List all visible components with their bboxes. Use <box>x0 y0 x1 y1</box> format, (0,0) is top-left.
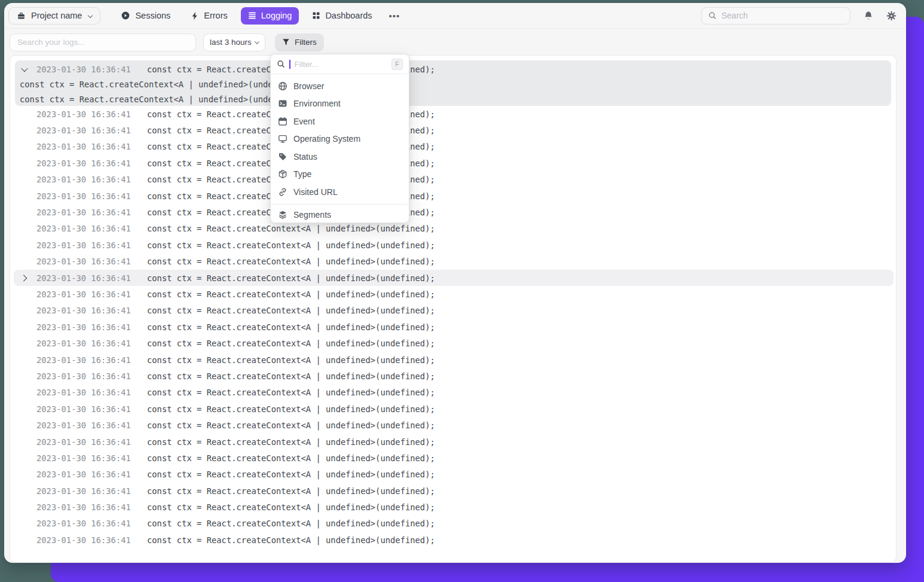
log-timestamp: 2023-01-30 16:36:41 <box>36 142 132 151</box>
filter-option-type[interactable]: Type <box>271 166 409 184</box>
log-message: const ctx = React.createContext<A | unde… <box>147 453 435 463</box>
log-timestamp: 2023-01-30 16:36:41 <box>36 486 132 496</box>
filter-option-operating-system[interactable]: Operating System <box>271 130 409 148</box>
filter-option-label: Event <box>293 117 315 126</box>
log-row-expanded[interactable]: 2023-01-30 16:36:41 const ctx = React.cr… <box>15 60 891 106</box>
time-range-select[interactable]: last 3 hours <box>203 33 265 51</box>
log-search-input[interactable]: Search your logs... <box>10 33 196 51</box>
log-row[interactable]: 2023-01-30 16:36:41 const ctx = React.cr… <box>14 188 894 204</box>
log-timestamp: 2023-01-30 16:36:41 <box>36 306 132 315</box>
briefcase-icon <box>17 11 26 20</box>
log-toolbar: Search your logs... last 3 hours Filters <box>4 29 906 56</box>
box-icon <box>278 169 287 179</box>
log-row[interactable]: 2023-01-30 16:36:41 const ctx = React.cr… <box>14 155 894 171</box>
filter-option-status[interactable]: Status <box>271 148 409 166</box>
log-timestamp: 2023-01-30 16:36:41 <box>36 535 132 545</box>
log-row[interactable]: 2023-01-30 16:36:41 const ctx = React.cr… <box>14 335 894 351</box>
log-row[interactable]: 2023-01-30 16:36:41 const ctx = React.cr… <box>14 385 894 401</box>
log-timestamp: 2023-01-30 16:36:41 <box>36 339 132 348</box>
filter-option-browser[interactable]: Browser <box>271 77 409 95</box>
log-message: const ctx = React.createContext<A | unde… <box>147 257 435 266</box>
nav-item-errors[interactable]: Errors <box>183 7 234 25</box>
monitor-icon <box>278 134 287 144</box>
log-row[interactable]: 2023-01-30 16:36:41 const ctx = React.cr… <box>14 270 894 286</box>
log-row[interactable]: 2023-01-30 16:36:41 const ctx = React.cr… <box>14 172 894 188</box>
log-message: const ctx = React.createContext<A | unde… <box>147 420 435 430</box>
nav-label: Logging <box>261 11 292 20</box>
filter-option-label: Visited URL <box>293 187 338 197</box>
log-timestamp: 2023-01-30 16:36:41 <box>36 208 132 217</box>
filter-search-placeholder: Filter... <box>295 60 388 69</box>
log-row[interactable]: 2023-01-30 16:36:41 const ctx = React.cr… <box>14 204 894 220</box>
gear-icon <box>886 11 897 21</box>
project-switcher[interactable]: Project name <box>8 7 100 25</box>
filter-option-visited-url[interactable]: Visited URL <box>271 183 409 201</box>
nav-item-dashboards[interactable]: Dashboards <box>305 7 379 25</box>
log-row[interactable]: 2023-01-30 16:36:41 const ctx = React.cr… <box>14 499 894 515</box>
log-row[interactable]: 2023-01-30 16:36:41 const ctx = React.cr… <box>14 254 894 270</box>
log-timestamp: 2023-01-30 16:36:41 <box>36 420 132 430</box>
log-row[interactable]: 2023-01-30 16:36:41 const ctx = React.cr… <box>14 106 894 122</box>
log-row[interactable]: 2023-01-30 16:36:41 const ctx = React.cr… <box>14 286 894 302</box>
log-row[interactable]: 2023-01-30 16:36:41 const ctx = React.cr… <box>14 401 894 417</box>
log-row[interactable]: 2023-01-30 16:36:41 const ctx = React.cr… <box>14 467 894 483</box>
filter-option-label: Browser <box>293 81 324 91</box>
global-search-placeholder: Search <box>721 11 748 20</box>
log-message: const ctx = React.createContext<A | unde… <box>147 404 435 414</box>
log-message: const ctx = React.createContext<A | unde… <box>147 535 435 545</box>
log-row[interactable]: 2023-01-30 16:36:41 const ctx = React.cr… <box>14 516 894 532</box>
chevron-down-icon <box>255 39 259 44</box>
chevron-right-icon[interactable] <box>20 275 27 281</box>
filter-option-label: Type <box>293 169 311 179</box>
log-row[interactable]: 2023-01-30 16:36:41 const ctx = React.cr… <box>14 434 894 450</box>
log-list: 2023-01-30 16:36:41 const ctx = React.cr… <box>14 106 894 549</box>
layers-icon <box>278 210 287 220</box>
filter-option-segments[interactable]: Segments <box>271 205 409 225</box>
notifications-button[interactable] <box>864 11 873 21</box>
log-row[interactable]: 2023-01-30 16:36:41 const ctx = React.cr… <box>14 450 894 466</box>
log-row[interactable]: 2023-01-30 16:36:41 const ctx = React.cr… <box>14 417 894 433</box>
bolt-icon <box>191 11 199 20</box>
log-row[interactable]: 2023-01-30 16:36:41 const ctx = React.cr… <box>14 237 894 253</box>
log-timestamp: 2023-01-30 16:36:41 <box>36 109 132 119</box>
text-cursor <box>289 60 290 69</box>
log-row[interactable]: 2023-01-30 16:36:41 const ctx = React.cr… <box>14 368 894 384</box>
log-message: const ctx = React.createContext<A | unde… <box>147 224 435 233</box>
log-timestamp: 2023-01-30 16:36:41 <box>36 290 132 299</box>
filters-button[interactable]: Filters <box>275 33 324 51</box>
global-search-input[interactable]: Search <box>701 7 850 25</box>
log-message: const ctx = React.createContext<A | unde… <box>147 371 435 381</box>
shortcut-key-badge: F <box>391 59 403 70</box>
log-detail-line: const ctx = React.createContext<A | unde… <box>20 95 308 104</box>
log-message: const ctx = React.createContext<A | unde… <box>147 355 435 365</box>
filter-option-environment[interactable]: Environment <box>271 95 409 113</box>
nav-item-sessions[interactable]: Sessions <box>114 7 178 25</box>
filter-option-label: Segments <box>293 210 331 220</box>
filter-search-input[interactable]: Filter... F <box>271 54 409 74</box>
log-row[interactable]: 2023-01-30 16:36:41 const ctx = React.cr… <box>14 139 894 155</box>
filter-option-event[interactable]: Event <box>271 112 409 130</box>
log-row[interactable]: 2023-01-30 16:36:41 const ctx = React.cr… <box>14 303 894 319</box>
nav-label: Sessions <box>135 11 170 20</box>
log-row[interactable]: 2023-01-30 16:36:41 const ctx = React.cr… <box>14 532 894 548</box>
log-row[interactable]: 2023-01-30 16:36:41 const ctx = React.cr… <box>14 319 894 335</box>
log-row[interactable]: 2023-01-30 16:36:41 const ctx = React.cr… <box>14 122 894 138</box>
log-message: const ctx = React.createContext<A | unde… <box>147 519 435 528</box>
log-timestamp: 2023-01-30 16:36:41 <box>36 257 132 266</box>
log-lines-icon <box>248 11 256 20</box>
log-row[interactable]: 2023-01-30 16:36:41 const ctx = React.cr… <box>14 352 894 368</box>
app-window: Project name Sessions Errors <box>4 3 906 563</box>
log-timestamp: 2023-01-30 16:36:41 <box>36 519 132 528</box>
log-message: const ctx = React.createContext<A | unde… <box>147 290 435 299</box>
filter-popup-footer: Segments <box>271 205 409 225</box>
chevron-down-icon[interactable] <box>21 65 27 71</box>
settings-button[interactable] <box>886 11 897 21</box>
log-timestamp: 2023-01-30 16:36:41 <box>36 453 132 463</box>
log-message: const ctx = React.createContext<A | unde… <box>147 240 435 250</box>
calendar-icon <box>278 117 287 126</box>
log-row[interactable]: 2023-01-30 16:36:41 const ctx = React.cr… <box>14 221 894 237</box>
nav-more-button[interactable]: ••• <box>385 11 404 21</box>
log-detail-line: const ctx = React.createContext<A | unde… <box>20 80 308 89</box>
nav-item-logging[interactable]: Logging <box>241 7 299 25</box>
log-row[interactable]: 2023-01-30 16:36:41 const ctx = React.cr… <box>14 483 894 499</box>
